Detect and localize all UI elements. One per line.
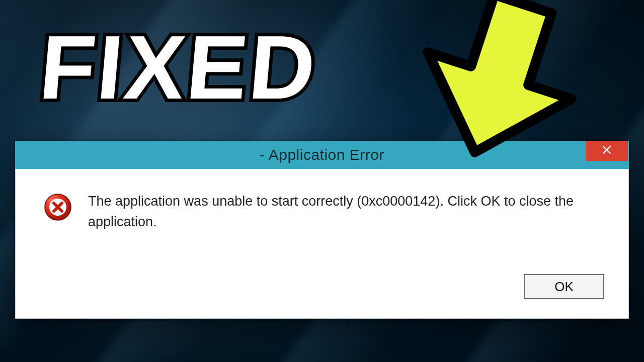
ok-button[interactable]: OK bbox=[524, 274, 604, 299]
error-icon bbox=[44, 193, 72, 221]
dialog-body: The application was unable to start corr… bbox=[15, 169, 629, 275]
dialog-message: The application was unable to start corr… bbox=[88, 190, 604, 259]
dialog-button-row: OK bbox=[15, 274, 629, 319]
overlay-headline: FIXED bbox=[36, 15, 321, 119]
arrow-down-icon bbox=[382, 0, 614, 171]
